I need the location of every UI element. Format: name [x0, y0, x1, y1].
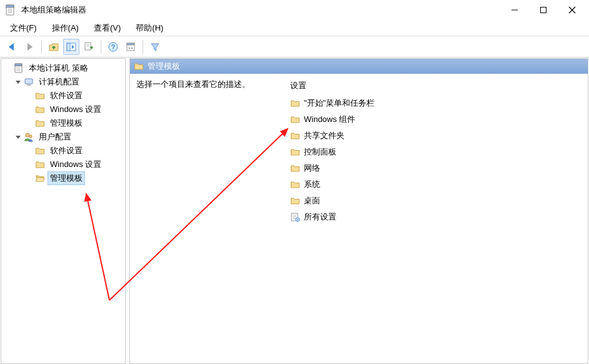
folder-icon — [290, 163, 300, 173]
folder-icon — [290, 98, 300, 108]
user-icon — [24, 132, 34, 142]
tree-label: 本地计算机 策略 — [26, 61, 91, 75]
svg-rect-25 — [25, 79, 33, 84]
tree-label: 计算机配置 — [36, 75, 82, 89]
app-icon — [5, 4, 16, 16]
menu-help[interactable]: 帮助(H) — [132, 21, 167, 36]
list-item-label: Windows 组件 — [304, 114, 355, 125]
show-hide-tree-button[interactable] — [63, 39, 79, 55]
list-item[interactable]: 网络 — [290, 160, 581, 176]
tree-label: Windows 设置 — [48, 103, 104, 116]
help-button[interactable]: ? — [105, 39, 121, 55]
list-item[interactable]: "开始"菜单和任务栏 — [290, 95, 581, 111]
titlebar: 本地组策略编辑器 — [0, 0, 589, 20]
tree-software-settings-user[interactable]: 软件设置 — [3, 144, 124, 158]
folder-icon — [290, 114, 300, 124]
list-item-label: 网络 — [304, 163, 320, 174]
tree-software-settings[interactable]: 软件设置 — [3, 89, 124, 103]
tree-admin-templates-user[interactable]: 管理模板 — [3, 171, 124, 185]
detail-header-title: 管理模板 — [148, 61, 180, 72]
list-item[interactable]: 所有设置 — [290, 209, 581, 225]
export-list-button[interactable] — [81, 39, 97, 55]
svg-point-27 — [26, 133, 29, 137]
chevron-down-icon[interactable] — [14, 78, 23, 86]
window-title: 本地组策略编辑器 — [21, 4, 86, 16]
tree-admin-templates-computer[interactable]: 管理模板 — [3, 116, 124, 130]
maximize-button[interactable] — [529, 0, 558, 20]
tree-root[interactable]: 本地计算机 策略 — [3, 61, 124, 75]
main-area: 本地计算机 策略 计算机配置 — [0, 58, 589, 364]
toolbar-separator — [41, 40, 42, 54]
properties-button[interactable] — [123, 39, 139, 55]
app-window: 本地组策略编辑器 文件(F) 操作(A) 查看(V) 帮助(H) — [0, 0, 589, 364]
svg-rect-1 — [6, 5, 14, 8]
all-settings-icon — [290, 212, 300, 222]
close-button[interactable] — [558, 0, 586, 20]
list-item[interactable]: 控制面板 — [290, 144, 581, 160]
forward-button[interactable] — [21, 39, 38, 55]
computer-icon — [24, 77, 34, 87]
policy-icon — [14, 63, 24, 73]
tree-label: 软件设置 — [48, 89, 85, 103]
folder-open-icon — [35, 173, 45, 183]
list-item[interactable]: Windows 组件 — [290, 111, 581, 128]
tree-pane: 本地计算机 策略 计算机配置 — [1, 58, 126, 364]
menu-file[interactable]: 文件(F) — [6, 21, 41, 36]
list-item[interactable]: 桌面 — [290, 193, 581, 209]
folder-icon — [35, 104, 45, 114]
tree-label: 管理模板 — [48, 116, 85, 130]
folder-icon — [35, 118, 45, 128]
list-item-label: 桌面 — [304, 195, 320, 206]
tree-label: 用户配置 — [36, 130, 74, 144]
toolbar: ? — [0, 36, 589, 58]
svg-rect-17 — [127, 43, 134, 45]
list-item-label: 控制面板 — [304, 146, 336, 158]
folder-icon — [290, 179, 300, 190]
list-item-label: 系统 — [304, 179, 320, 190]
menubar: 文件(F) 操作(A) 查看(V) 帮助(H) — [0, 20, 589, 36]
folder-icon — [35, 91, 45, 101]
tree-computer-config[interactable]: 计算机配置 — [3, 75, 124, 89]
description-prompt: 选择一个项目来查看它的描述。 — [136, 79, 284, 90]
list-item-label: 共享文件夹 — [304, 130, 345, 141]
svg-point-34 — [297, 219, 298, 220]
tree-user-config[interactable]: 用户配置 — [3, 130, 124, 144]
tree-windows-settings-user[interactable]: Windows 设置 — [3, 158, 124, 171]
toolbar-separator — [143, 40, 143, 54]
menu-action[interactable]: 操作(A) — [48, 21, 83, 36]
folder-icon — [134, 61, 144, 71]
svg-rect-6 — [541, 8, 546, 13]
up-button[interactable] — [46, 39, 62, 55]
tree-label-selected: 管理模板 — [48, 171, 85, 185]
chevron-down-icon[interactable] — [14, 133, 23, 141]
tree-label: Windows 设置 — [48, 158, 104, 171]
svg-rect-10 — [67, 43, 70, 51]
svg-point-19 — [131, 48, 133, 49]
folder-icon — [290, 147, 300, 157]
svg-point-18 — [129, 48, 130, 49]
svg-point-28 — [29, 135, 32, 138]
settings-column: 设置 "开始"菜单和任务栏 Windows 组件 — [290, 79, 581, 358]
minimize-button[interactable] — [500, 0, 529, 20]
tree-label: 软件设置 — [48, 144, 85, 158]
description-column: 选择一个项目来查看它的描述。 — [136, 79, 284, 358]
detail-pane: 管理模板 选择一个项目来查看它的描述。 设置 "开始"菜单和任务栏 — [129, 58, 588, 364]
back-button[interactable] — [4, 39, 20, 55]
svg-line-7 — [569, 7, 575, 13]
svg-rect-26 — [27, 84, 31, 86]
tree-windows-settings[interactable]: Windows 设置 — [3, 103, 124, 116]
expander-icon[interactable] — [4, 64, 13, 73]
list-item[interactable]: 系统 — [290, 176, 581, 193]
filter-button[interactable] — [147, 39, 163, 55]
folder-icon — [290, 196, 300, 206]
tree: 本地计算机 策略 计算机配置 — [1, 59, 125, 188]
list-item-label: "开始"菜单和任务栏 — [304, 98, 375, 109]
list-item[interactable]: 共享文件夹 — [290, 128, 581, 144]
list-item-label: 所有设置 — [304, 211, 336, 223]
svg-rect-21 — [15, 64, 22, 66]
folder-icon — [35, 146, 45, 156]
settings-column-header: 设置 — [290, 79, 581, 95]
detail-header: 管理模板 — [130, 59, 588, 74]
toolbar-separator — [101, 40, 101, 54]
menu-view[interactable]: 查看(V) — [90, 21, 124, 36]
